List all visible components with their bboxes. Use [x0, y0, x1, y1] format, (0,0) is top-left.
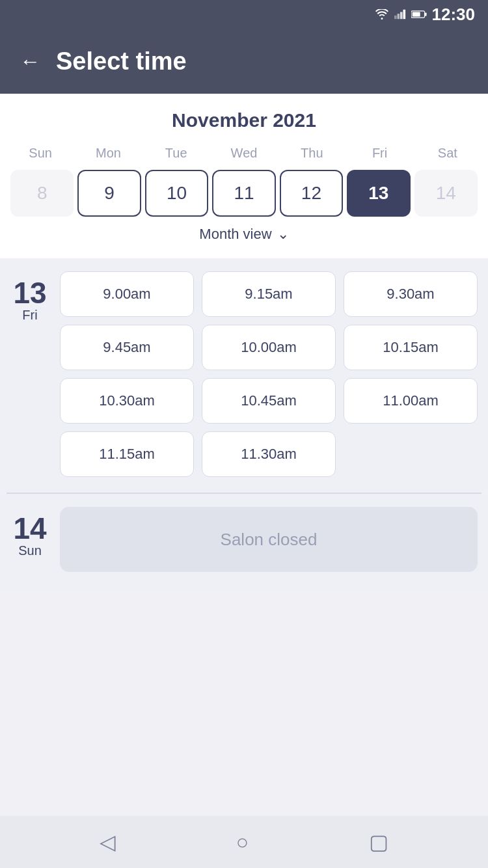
svg-rect-3 [403, 10, 405, 19]
month-view-toggle[interactable]: Month view ⌄ [7, 217, 481, 248]
day-header-thu: Thu [278, 143, 346, 163]
time-slot-1030am[interactable]: 10.30am [60, 378, 194, 424]
time-slot-1100am[interactable]: 11.00am [344, 378, 478, 424]
time-slot-900am[interactable]: 9.00am [60, 271, 194, 317]
time-slot-1115am[interactable]: 11.15am [60, 431, 194, 477]
calendar-section: November 2021 Sun Mon Tue Wed Thu Fri Sa… [0, 94, 488, 258]
day-number-13: 13 [13, 278, 46, 308]
salon-closed-label: Salon closed [221, 530, 318, 550]
bottom-navigation: ◁ ○ ▢ [0, 816, 488, 868]
time-section-13: 13 Fri 9.00am 9.15am 9.30am 9.45am 10.00… [0, 258, 488, 493]
day-header-tue: Tue [142, 143, 210, 163]
time-slot-945am[interactable]: 9.45am [60, 325, 194, 370]
day-header-mon: Mon [74, 143, 142, 163]
svg-rect-0 [394, 16, 397, 19]
chevron-down-icon: ⌄ [277, 226, 289, 243]
svg-rect-5 [425, 12, 427, 16]
svg-rect-2 [400, 12, 403, 19]
day-label-13: 13 Fri [10, 271, 49, 477]
day-name-14: Sun [18, 543, 42, 558]
battery-icon [411, 10, 427, 19]
day-name-13: Fri [22, 308, 37, 323]
nav-back-button[interactable]: ◁ [100, 830, 116, 854]
nav-recents-button[interactable]: ▢ [369, 830, 388, 854]
day-cell-13[interactable]: 13 [347, 170, 410, 217]
day-headers-row: Sun Mon Tue Wed Thu Fri Sat [7, 143, 481, 163]
day-number-14: 14 [13, 513, 46, 543]
week-row: 8 9 10 11 12 13 14 [7, 170, 481, 217]
salon-closed-box: Salon closed [60, 507, 478, 572]
time-slot-915am[interactable]: 9.15am [202, 271, 336, 317]
day-cell-11[interactable]: 11 [212, 170, 275, 217]
svg-rect-6 [412, 12, 420, 17]
time-slot-1000am[interactable]: 10.00am [202, 325, 336, 370]
time-slot-1130am[interactable]: 11.30am [202, 431, 336, 477]
day-cell-8: 8 [10, 170, 74, 217]
month-view-label: Month view [199, 226, 271, 243]
status-time: 12:30 [432, 5, 476, 25]
day-cell-9[interactable]: 9 [77, 170, 141, 217]
day-label-14: 14 Sun [10, 507, 49, 572]
day-header-sun: Sun [7, 143, 74, 163]
signal-icon [394, 9, 406, 20]
day-cell-14: 14 [414, 170, 478, 217]
day-header-sat: Sat [414, 143, 481, 163]
day-cell-10[interactable]: 10 [145, 170, 208, 217]
back-button[interactable]: ← [20, 49, 40, 74]
time-slot-1015am[interactable]: 10.15am [344, 325, 478, 370]
day-header-fri: Fri [346, 143, 413, 163]
app-header: ← Select time [0, 29, 488, 94]
time-grid-13: 9.00am 9.15am 9.30am 9.45am 10.00am 10.1… [60, 271, 478, 477]
status-icons: 12:30 [375, 5, 476, 25]
day-header-wed: Wed [210, 143, 278, 163]
wifi-icon [375, 9, 389, 20]
svg-rect-1 [397, 14, 400, 19]
time-slot-930am[interactable]: 9.30am [344, 271, 478, 317]
month-year-label: November 2021 [7, 109, 481, 131]
nav-home-button[interactable]: ○ [236, 830, 249, 854]
closed-section-14: 14 Sun Salon closed [0, 494, 488, 591]
page-title: Select time [56, 47, 187, 75]
time-slot-1045am[interactable]: 10.45am [202, 378, 336, 424]
status-bar: 12:30 [0, 0, 488, 29]
day-cell-12[interactable]: 12 [280, 170, 343, 217]
